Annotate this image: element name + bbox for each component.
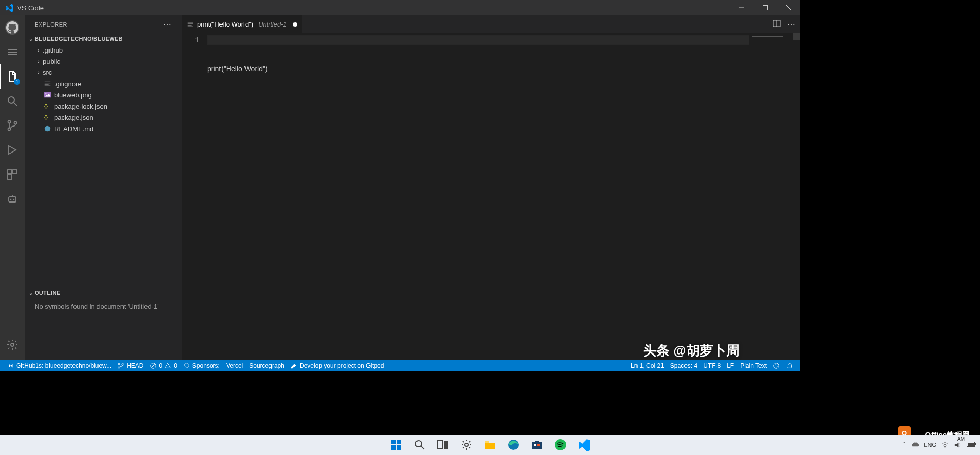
file-item[interactable]: blueweb.png bbox=[27, 89, 182, 100]
copilot-button[interactable] bbox=[0, 187, 24, 211]
svg-rect-46 bbox=[534, 444, 536, 446]
image-file-icon bbox=[43, 91, 52, 98]
chevron-down-icon: ⌄ bbox=[27, 36, 35, 42]
editor-tab[interactable]: print("Hello World") Untitled-1 bbox=[182, 15, 303, 33]
play-bug-icon bbox=[6, 144, 18, 156]
status-problems[interactable]: 0 0 bbox=[146, 360, 180, 371]
dirty-indicator-icon bbox=[293, 22, 297, 27]
onedrive-icon[interactable] bbox=[911, 441, 919, 449]
chevron-right-icon: › bbox=[35, 59, 43, 64]
svg-text:{}: {} bbox=[44, 114, 48, 120]
editor-group: print("Hello World") Untitled-1 ⋯ 1 prin… bbox=[182, 15, 800, 360]
text-file-icon bbox=[43, 80, 52, 87]
wifi-icon[interactable] bbox=[941, 441, 949, 449]
watermark-text: 头条 @胡萝卜周 bbox=[643, 342, 740, 360]
status-encoding[interactable]: UTF-8 bbox=[700, 360, 724, 371]
svg-point-31 bbox=[774, 363, 779, 369]
svg-rect-11 bbox=[8, 175, 12, 179]
svg-rect-45 bbox=[532, 442, 542, 449]
bell-icon bbox=[786, 362, 793, 369]
edge-browser-button[interactable] bbox=[507, 439, 520, 451]
extensions-button[interactable] bbox=[0, 162, 24, 187]
svg-rect-52 bbox=[975, 443, 976, 445]
svg-text:{}: {} bbox=[44, 103, 48, 109]
status-eol[interactable]: LF bbox=[724, 360, 737, 371]
file-item[interactable]: {}package-lock.json bbox=[27, 100, 182, 112]
spotify-button[interactable] bbox=[554, 439, 567, 451]
search-button[interactable] bbox=[0, 89, 24, 113]
code-area[interactable]: print("Hello World") bbox=[207, 33, 749, 360]
gear-icon bbox=[6, 339, 18, 351]
window-title: VS Code bbox=[17, 4, 44, 12]
file-explorer-button[interactable] bbox=[484, 439, 496, 451]
chevron-down-icon: ⌄ bbox=[27, 290, 35, 296]
folder-item[interactable]: ›public bbox=[27, 56, 182, 67]
text-file-icon bbox=[187, 21, 194, 28]
start-button[interactable] bbox=[390, 439, 402, 451]
taskbar-search-button[interactable] bbox=[413, 439, 426, 451]
status-sponsors[interactable]: Sponsors: bbox=[180, 360, 223, 371]
svg-point-25 bbox=[118, 363, 120, 365]
file-tree: ›.github ›public ›src .gitignore blueweb… bbox=[24, 44, 182, 134]
editor-more-button[interactable]: ⋯ bbox=[787, 19, 795, 29]
svg-point-33 bbox=[777, 365, 777, 365]
task-view-button[interactable] bbox=[437, 439, 449, 451]
file-item[interactable]: {}package.json bbox=[27, 112, 182, 123]
line-number-gutter: 1 bbox=[182, 33, 207, 360]
system-tray[interactable]: ˄ ENG AM bbox=[903, 441, 976, 449]
file-label: .gitignore bbox=[54, 80, 81, 88]
tray-language[interactable]: ENG bbox=[924, 442, 936, 448]
github-account-button[interactable] bbox=[0, 15, 24, 40]
folder-item[interactable]: ›src bbox=[27, 67, 182, 78]
editor-body[interactable]: 1 print("Hello World") bbox=[182, 33, 800, 360]
hamburger-icon bbox=[6, 46, 18, 58]
status-gitpod[interactable]: Develop your project on Gitpod bbox=[287, 360, 387, 371]
line-number: 1 bbox=[182, 35, 199, 45]
volume-icon[interactable] bbox=[954, 441, 962, 449]
outline-section-header[interactable]: ⌄ OUTLINE bbox=[24, 287, 182, 298]
status-cursor[interactable]: Ln 1, Col 21 bbox=[628, 360, 667, 371]
svg-point-38 bbox=[415, 441, 422, 447]
status-spaces[interactable]: Spaces: 4 bbox=[667, 360, 700, 371]
status-vercel[interactable]: Vercel bbox=[223, 360, 246, 371]
status-feedback[interactable] bbox=[770, 360, 783, 371]
sidebar-more-button[interactable]: ⋯ bbox=[163, 19, 172, 29]
menu-button[interactable] bbox=[0, 40, 24, 64]
status-bar: GitHub1s: blueedgetechno/bluew... HEAD 0… bbox=[0, 360, 800, 371]
tray-clock[interactable]: AM bbox=[957, 436, 965, 442]
file-item[interactable]: .gitignore bbox=[27, 78, 182, 89]
window-minimize-button[interactable] bbox=[730, 0, 753, 15]
status-language[interactable]: Plain Text bbox=[737, 360, 770, 371]
vscode-taskbar-button[interactable] bbox=[578, 439, 590, 451]
json-file-icon: {} bbox=[43, 103, 52, 110]
svg-rect-1 bbox=[763, 6, 768, 10]
status-branch[interactable]: HEAD bbox=[114, 360, 146, 371]
source-control-button[interactable] bbox=[0, 113, 24, 138]
taskbar-settings-button[interactable] bbox=[460, 439, 473, 451]
status-notifications[interactable] bbox=[783, 360, 796, 371]
minimap[interactable] bbox=[749, 33, 800, 360]
search-icon bbox=[6, 95, 18, 107]
folder-item[interactable]: ›.github bbox=[27, 44, 182, 56]
window-close-button[interactable] bbox=[777, 0, 800, 15]
svg-rect-17 bbox=[44, 92, 51, 98]
project-section-header[interactable]: ⌄ BLUEEDGETECHNO/BLUEWEB bbox=[24, 33, 182, 44]
run-debug-button[interactable] bbox=[0, 138, 24, 162]
branch-icon bbox=[117, 362, 125, 369]
chevron-right-icon: › bbox=[35, 47, 43, 53]
file-item[interactable]: iREADME.md bbox=[27, 123, 182, 134]
settings-button[interactable] bbox=[0, 333, 24, 357]
battery-icon[interactable] bbox=[967, 442, 976, 448]
sidebar-header: EXPLORER ⋯ bbox=[24, 15, 182, 33]
window-maximize-button[interactable] bbox=[753, 0, 777, 15]
split-editor-button[interactable] bbox=[773, 19, 781, 30]
robot-icon bbox=[6, 193, 18, 205]
store-button[interactable] bbox=[531, 439, 543, 451]
svg-line-5 bbox=[14, 103, 17, 106]
status-remote[interactable]: GitHub1s: blueedgetechno/bluew... bbox=[4, 360, 114, 371]
status-sourcegraph[interactable]: Sourcegraph bbox=[246, 360, 287, 371]
explorer-button[interactable]: 1 bbox=[0, 64, 24, 89]
tray-chevron-icon[interactable]: ˄ bbox=[903, 441, 906, 448]
svg-text:i: i bbox=[46, 127, 47, 132]
svg-rect-12 bbox=[9, 197, 16, 202]
